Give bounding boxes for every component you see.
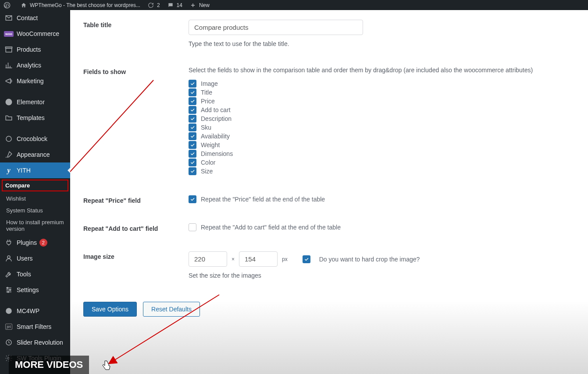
svg-point-5 xyxy=(7,256,10,258)
chart-icon xyxy=(4,61,13,70)
menu-slider-revolution[interactable]: Slider Revolution xyxy=(0,335,70,350)
repeat-price-label: Repeat "Price" field xyxy=(83,195,189,204)
table-title-label: Table title xyxy=(83,20,189,47)
plug-icon xyxy=(4,238,13,247)
checkbox-sku[interactable] xyxy=(189,123,196,131)
wp-logo[interactable] xyxy=(4,2,13,9)
menu-appearance[interactable]: Appearance xyxy=(0,147,70,162)
image-height-input[interactable] xyxy=(239,251,278,267)
menu-contact[interactable]: Contact xyxy=(0,10,70,26)
px-label: px xyxy=(282,256,288,262)
sliders-icon xyxy=(4,286,13,294)
svg-point-3 xyxy=(6,99,12,106)
checkbox-repeat-price[interactable] xyxy=(189,195,196,203)
wrench-icon xyxy=(4,270,13,279)
menu-settings[interactable]: Settings xyxy=(0,282,70,298)
folder-icon xyxy=(4,113,13,122)
svg-point-4 xyxy=(6,136,11,141)
home-icon xyxy=(20,2,27,9)
woo-icon: woo xyxy=(4,29,13,38)
checkbox-color[interactable] xyxy=(189,159,196,166)
archive-icon xyxy=(4,45,13,54)
checkbox-weight[interactable] xyxy=(189,141,196,149)
svg-point-6 xyxy=(7,287,8,289)
svg-point-8 xyxy=(7,291,9,293)
plugins-badge: 2 xyxy=(39,239,47,247)
image-size-help: Set the size for the images xyxy=(189,272,575,279)
menu-crocoblock[interactable]: Crocoblock xyxy=(0,131,70,147)
refresh-icon xyxy=(147,2,154,9)
checkbox-price[interactable] xyxy=(189,97,196,105)
user-icon xyxy=(4,254,13,263)
checkbox-addtocart[interactable] xyxy=(189,106,196,114)
svg-rect-2 xyxy=(6,47,12,48)
table-title-input[interactable] xyxy=(189,20,363,35)
mc4wp-icon xyxy=(4,307,13,315)
settings-panel: Table title Type the text to use for the… xyxy=(70,10,588,374)
checkbox-description[interactable] xyxy=(189,115,196,123)
checkbox-size[interactable] xyxy=(189,167,196,175)
wordpress-icon xyxy=(4,2,11,9)
mail-icon xyxy=(4,14,13,22)
menu-marketing[interactable]: Marketing xyxy=(0,73,70,89)
checkbox-image[interactable] xyxy=(189,80,196,88)
croco-icon xyxy=(4,134,13,143)
image-size-label: Image size xyxy=(83,251,189,279)
menu-mc4wp[interactable]: MC4WP xyxy=(0,303,70,319)
updates-link[interactable]: 2 xyxy=(147,2,160,9)
checkbox-dimensions[interactable] xyxy=(189,150,196,158)
submenu-wishlist[interactable]: Wishlist xyxy=(0,193,70,205)
menu-elementor[interactable]: Elementor xyxy=(0,94,70,110)
svg-point-9 xyxy=(6,308,12,314)
menu-analytics[interactable]: Analytics xyxy=(0,57,70,73)
filter-icon: jet xyxy=(4,322,13,331)
menu-woocommerce[interactable]: woo WooCommerce xyxy=(0,26,70,42)
svg-rect-1 xyxy=(6,48,12,52)
cursor-icon xyxy=(102,360,111,371)
repeat-cart-label: Repeat "Add to cart" field xyxy=(83,223,189,232)
menu-yith[interactable]: y YITH xyxy=(0,162,70,178)
new-label: New xyxy=(199,2,210,8)
comments-link[interactable]: 14 xyxy=(167,2,182,9)
menu-smart-filters[interactable]: jet Smart Filters xyxy=(0,319,70,335)
fields-help: Select the fields to show in the compari… xyxy=(189,67,575,74)
menu-templates[interactable]: Templates xyxy=(0,110,70,126)
times-label: × xyxy=(232,256,235,262)
site-link[interactable]: WPThemeGo - The best choose for wordpres… xyxy=(20,2,140,9)
brush-icon xyxy=(4,150,13,159)
updates-count: 2 xyxy=(157,2,160,8)
elementor-icon xyxy=(4,98,13,106)
table-title-help: Type the text to use for the table title… xyxy=(189,40,575,47)
more-videos-overlay[interactable]: MORE VIDEOS xyxy=(9,356,89,374)
menu-users[interactable]: Users xyxy=(0,251,70,266)
menu-tools[interactable]: Tools xyxy=(0,266,70,282)
admin-bar: WPThemeGo - The best choose for wordpres… xyxy=(0,0,588,10)
slider-icon xyxy=(4,338,13,347)
submenu-system-status[interactable]: System Status xyxy=(0,205,70,216)
svg-point-7 xyxy=(10,289,11,291)
fields-label: Fields to show xyxy=(83,67,189,176)
submenu-howto[interactable]: How to install premium version xyxy=(0,216,70,235)
site-title: WPThemeGo - The best choose for wordpres… xyxy=(30,2,140,8)
submenu-compare[interactable]: Compare xyxy=(2,180,68,191)
yith-icon: y xyxy=(4,166,13,175)
menu-products[interactable]: Products xyxy=(0,42,70,57)
checkbox-repeat-cart[interactable] xyxy=(189,223,196,231)
comments-count: 14 xyxy=(177,2,182,8)
comment-icon xyxy=(167,2,174,9)
reset-button[interactable]: Reset Defaults xyxy=(143,302,200,317)
checkbox-title[interactable] xyxy=(189,88,196,96)
plus-icon xyxy=(189,2,196,9)
admin-sidebar: Contact woo WooCommerce Products Analyti… xyxy=(0,10,70,374)
new-link[interactable]: New xyxy=(189,2,210,9)
megaphone-icon xyxy=(4,77,13,85)
save-button[interactable]: Save Options xyxy=(83,302,137,317)
checkbox-hardcrop[interactable] xyxy=(303,255,310,263)
hardcrop-label: Do you want to hard crop the image? xyxy=(319,256,420,263)
checkbox-availability[interactable] xyxy=(189,132,196,140)
image-width-input[interactable] xyxy=(189,251,227,267)
menu-plugins[interactable]: Plugins 2 xyxy=(0,235,70,251)
